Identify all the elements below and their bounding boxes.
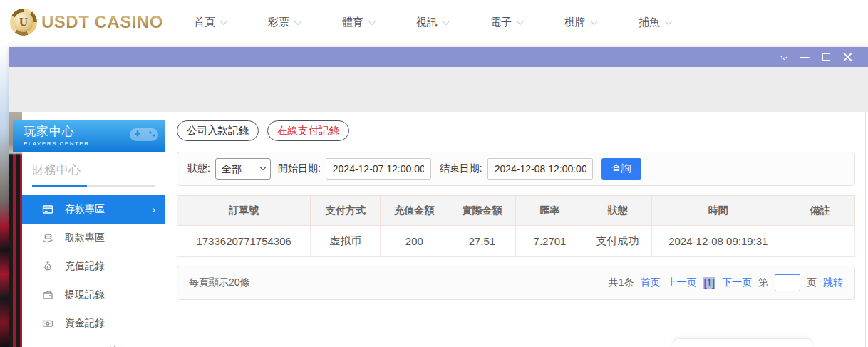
sidebar-item-hh-lottery-bets[interactable]: HH彩票下注	[22, 338, 165, 347]
player-center-window: 玩家中心 PLAYERS CENTER 財務中心 存款專區 ›	[9, 47, 868, 347]
background-photo-strip	[0, 44, 9, 347]
recharge-bag-icon	[42, 261, 53, 272]
window-minimize-button[interactable]	[794, 47, 815, 67]
table-row: 1733620771754306 虚拟币 200 27.51 7.2701 支付…	[177, 226, 855, 257]
cell-actual-amount: 27.51	[448, 226, 516, 257]
corner-popup	[673, 338, 812, 347]
nav-item-slots[interactable]: 電子	[490, 16, 522, 29]
nav-item-fishing[interactable]: 捕魚	[639, 16, 670, 29]
window-maximize-button[interactable]	[815, 47, 837, 67]
chevron-down-icon	[220, 18, 227, 25]
status-label: 狀態:	[187, 162, 210, 175]
brand-logo[interactable]: U USDT CASINO	[10, 9, 175, 36]
window-titlebar	[9, 47, 868, 67]
end-date-input[interactable]	[487, 158, 593, 180]
table-header-row: 訂單號 支付方式 充值金額 實際金額 匯率 狀態 時間 備註	[177, 196, 855, 226]
start-date-label: 開始日期:	[278, 162, 321, 175]
page-jump-input[interactable]	[775, 274, 800, 291]
col-actual-amount: 實際金額	[448, 196, 516, 226]
prev-page-link[interactable]: 上一页	[666, 276, 696, 289]
sidebar-item-label: 取款專區	[65, 232, 105, 244]
col-recharge-amount: 充值金額	[381, 196, 448, 226]
query-button[interactable]: 查詢	[601, 158, 641, 180]
app-body: 玩家中心 PLAYERS CENTER 財務中心 存款專區 ›	[9, 112, 868, 347]
brand-logo-icon: U	[10, 9, 37, 36]
nav-item-sports[interactable]: 體育	[342, 16, 373, 29]
pager: 共1条 首页 上一页 [1] 下一页 第 页 跳转	[609, 274, 843, 291]
brand-logo-letter: U	[14, 12, 33, 32]
chevron-down-icon	[665, 18, 672, 25]
sidebar-item-label: 資金記錄	[65, 317, 105, 330]
first-page-link[interactable]: 首页	[640, 276, 660, 289]
chevron-down-icon	[517, 18, 524, 25]
nav-label: 彩票	[268, 16, 289, 29]
chevron-down-icon	[368, 18, 376, 25]
sidebar-item-withdrawal-records[interactable]: 提現記錄	[22, 281, 165, 309]
sidebar-item-label: 充值記錄	[65, 260, 105, 273]
col-remarks: 備註	[785, 196, 855, 226]
cell-time: 2024-12-08 09:19:31	[651, 226, 785, 257]
nav-label: 捕魚	[639, 16, 660, 29]
gamepad-icon	[128, 123, 160, 146]
sidebar-item-withdraw-zone[interactable]: 取款專區	[22, 224, 165, 252]
total-count-text: 共1条	[609, 276, 634, 289]
col-time: 時間	[651, 196, 785, 226]
record-tabs: 公司入款記錄 在線支付記錄	[177, 120, 855, 141]
scrollbar-track[interactable]	[865, 112, 866, 347]
sidebar-item-deposit-zone[interactable]: 存款專區 ›	[22, 195, 165, 224]
status-select[interactable]: 全部	[215, 158, 271, 180]
chevron-down-icon	[591, 18, 598, 25]
cell-status: 支付成功	[584, 226, 651, 257]
nav-item-home[interactable]: 首頁	[194, 16, 225, 29]
sidebar-item-funds-records[interactable]: 資金記錄	[22, 309, 165, 338]
current-page-indicator: [1]	[703, 277, 715, 289]
cell-exchange-rate: 7.2701	[516, 226, 584, 257]
col-payment-method: 支付方式	[311, 196, 381, 226]
next-page-link[interactable]: 下一页	[722, 276, 752, 289]
chevron-down-icon	[780, 52, 788, 60]
brand-name: USDT CASINO	[41, 12, 163, 32]
nav-label: 視訊	[416, 16, 438, 29]
sidebar-item-label: 提現記錄	[65, 289, 105, 301]
jump-button[interactable]: 跳转	[823, 276, 843, 289]
col-status: 狀態	[584, 196, 651, 226]
window-collapse-button[interactable]	[773, 47, 794, 67]
start-date-input[interactable]	[326, 158, 431, 180]
nav-item-cards[interactable]: 棋牌	[564, 16, 596, 29]
withdraw-hand-icon	[42, 232, 53, 244]
tab-company-deposit-records[interactable]: 公司入款記錄	[177, 120, 259, 141]
main-nav: 首頁 彩票 體育 視訊 電子 棋牌 捕魚	[194, 16, 713, 29]
main-content: 公司入款記錄 在線支付記錄 狀態: 全部 開始日期: 结束日期: 查詢	[165, 112, 868, 347]
funds-cash-icon	[42, 318, 53, 329]
finance-center-section-title: 財務中心	[22, 152, 165, 181]
sidebar: 玩家中心 PLAYERS CENTER 財務中心 存款專區 ›	[22, 112, 165, 347]
maximize-icon	[822, 53, 830, 61]
deposit-card-icon	[42, 204, 53, 215]
section-divider	[32, 185, 155, 187]
jump-suffix-text: 页	[807, 276, 817, 289]
nav-label: 首頁	[194, 16, 215, 29]
window-header-spacer	[9, 67, 868, 112]
nav-label: 電子	[490, 16, 512, 29]
nav-label: 棋牌	[564, 16, 586, 29]
withdrawal-wallet-icon	[42, 289, 53, 301]
payment-records-table: 訂單號 支付方式 充值金額 實際金額 匯率 狀態 時間 備註 173362077…	[177, 195, 855, 257]
chevron-right-icon: ›	[152, 204, 155, 215]
players-center-header: 玩家中心 PLAYERS CENTER	[13, 120, 165, 152]
nav-item-lottery[interactable]: 彩票	[268, 16, 299, 29]
top-navbar: U USDT CASINO 首頁 彩票 體育 視訊 電子 棋牌 捕魚	[0, 0, 868, 44]
nav-label: 體育	[342, 16, 363, 29]
jump-prefix-text: 第	[758, 276, 768, 289]
chevron-down-icon	[294, 18, 301, 25]
window-close-button[interactable]	[837, 47, 858, 67]
chevron-down-icon	[443, 18, 450, 25]
tab-online-payment-records[interactable]: 在線支付記錄	[267, 120, 349, 141]
col-order-number: 訂單號	[177, 196, 311, 226]
nav-item-live[interactable]: 視訊	[416, 16, 448, 29]
sidebar-item-label: 存款專區	[65, 203, 105, 216]
filter-bar: 狀態: 全部 開始日期: 结束日期: 查詢	[177, 152, 855, 186]
page-size-text: 每頁顯示20條	[189, 276, 250, 289]
pagination-bar: 每頁顯示20條 共1条 首页 上一页 [1] 下一页 第 页 跳转	[177, 266, 855, 300]
sidebar-item-recharge-records[interactable]: 充值記錄	[22, 252, 165, 281]
close-icon	[843, 53, 852, 62]
